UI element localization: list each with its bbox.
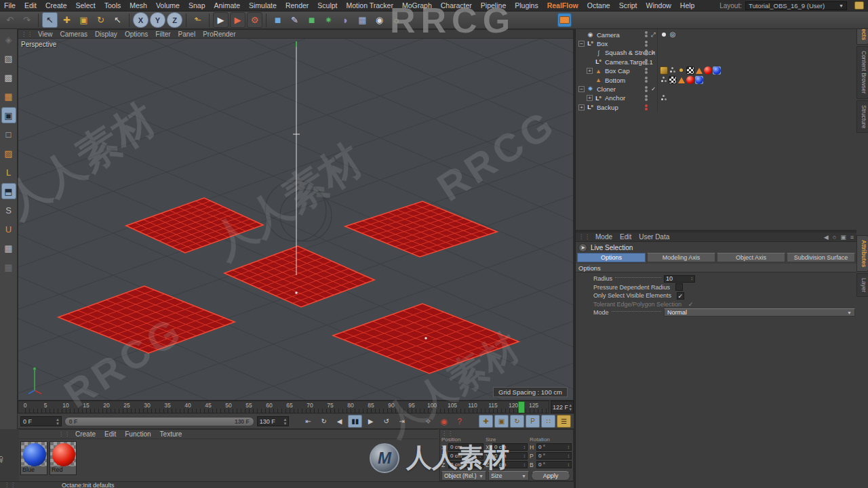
- dope-sheet-icon[interactable]: ☰: [557, 415, 571, 428]
- material-menu-texture[interactable]: Texture: [160, 430, 182, 438]
- attr-tab-subdivision-surface[interactable]: Subdivision Surface: [787, 253, 855, 262]
- grip-icon[interactable]: ⋮⋮: [441, 430, 454, 436]
- polygons-mode-icon[interactable]: ▨: [1, 145, 16, 161]
- array-mograph-icon[interactable]: ✷: [321, 12, 336, 28]
- grip-icon[interactable]: ⋮⋮: [58, 431, 71, 437]
- attr-tab-options[interactable]: Options: [577, 253, 646, 262]
- panel-tab-layer[interactable]: Layer: [856, 273, 868, 297]
- expand-toggle-icon[interactable]: −: [578, 41, 585, 47]
- spinner-icon[interactable]: ↕: [568, 454, 570, 458]
- live-selection-icon[interactable]: ↖: [42, 12, 58, 28]
- range-end-field[interactable]: 130 F ▴▾: [257, 416, 290, 426]
- menu-realflow[interactable]: RealFlow: [547, 1, 578, 9]
- window-corner-icon[interactable]: [854, 1, 864, 9]
- menu-create[interactable]: Create: [45, 1, 67, 9]
- object-row-camera[interactable]: ◉Camera⤢◎: [576, 30, 856, 39]
- attribute-section-header[interactable]: Options: [576, 264, 856, 272]
- checkbox[interactable]: [675, 283, 683, 291]
- dot-tag-icon[interactable]: [660, 30, 668, 39]
- axis-modification-icon[interactable]: L: [1, 164, 16, 180]
- object-row-camera-target-1[interactable]: L°Camera.Target.1: [576, 58, 856, 66]
- menu-mesh[interactable]: Mesh: [130, 1, 147, 9]
- menu-simulate[interactable]: Simulate: [249, 1, 277, 9]
- material-menu-edit[interactable]: Edit: [104, 430, 116, 438]
- spinner-icon[interactable]: ↕: [568, 463, 570, 467]
- next-frame-icon[interactable]: ▶: [363, 415, 378, 428]
- x-axis-lock-icon[interactable]: X: [133, 12, 149, 28]
- expand-toggle-icon[interactable]: −: [578, 86, 585, 92]
- snap-icon[interactable]: S: [1, 202, 16, 218]
- scene-canvas[interactable]: [18, 30, 574, 401]
- menu-mograph[interactable]: MoGraph: [402, 1, 432, 9]
- phong-tag-icon[interactable]: [660, 94, 668, 102]
- spinner-icon[interactable]: ↕: [524, 454, 526, 458]
- scene-camera-icon[interactable]: ◉: [372, 12, 387, 28]
- preview-range-slider[interactable]: 0 F 130 F: [64, 417, 254, 426]
- menu-render[interactable]: Render: [285, 1, 309, 9]
- perspective-viewport[interactable]: ⋮⋮ ViewCamerasDisplayOptionsFilterPanelP…: [18, 29, 574, 401]
- range-start-field[interactable]: 0 F ▴▾: [20, 416, 62, 426]
- menu-help[interactable]: Help: [680, 1, 695, 9]
- panel-splitter[interactable]: [574, 12, 575, 488]
- menu-character[interactable]: Character: [441, 1, 472, 9]
- scale-icon[interactable]: ▣: [76, 12, 92, 28]
- spline-pen-icon[interactable]: ✎: [287, 12, 302, 28]
- menu-select[interactable]: Select: [76, 1, 96, 9]
- menu-sculpt[interactable]: Sculpt: [317, 1, 337, 9]
- viewport-menu-display[interactable]: Display: [95, 30, 117, 38]
- render-picture-viewer-icon[interactable]: ▶: [230, 12, 245, 28]
- visibility-dots[interactable]: [644, 59, 649, 66]
- menu-window[interactable]: Window: [646, 1, 671, 9]
- record-position-icon[interactable]: ✚: [479, 415, 493, 428]
- checkbox[interactable]: ✓: [687, 300, 694, 308]
- viewport-menu-prorender[interactable]: ProRender: [203, 30, 235, 38]
- move-icon[interactable]: ✚: [59, 12, 75, 28]
- enable-state-icon[interactable]: ✓: [651, 49, 656, 56]
- menu-plugins[interactable]: Plugins: [515, 1, 538, 9]
- points-mode-icon[interactable]: ▣: [1, 107, 16, 123]
- expand-toggle-icon[interactable]: +: [587, 68, 593, 74]
- nav-back-icon[interactable]: ◀: [824, 234, 829, 241]
- visibility-dots[interactable]: [644, 104, 649, 111]
- play-forwards-icon[interactable]: ↺: [379, 415, 393, 428]
- keyframe-help-icon[interactable]: ?: [452, 415, 467, 428]
- grip-icon[interactable]: ⋮⋮: [578, 234, 591, 240]
- phong-tag-icon[interactable]: [660, 76, 668, 84]
- timeline-ruler[interactable]: 0510152025303540455055606570758085909510…: [18, 401, 549, 413]
- pause-icon[interactable]: ▮▮: [348, 415, 362, 428]
- texture-tag-icon[interactable]: [660, 66, 668, 75]
- mat-red-tag-icon[interactable]: [704, 66, 712, 75]
- spinner-icon[interactable]: ↕: [524, 463, 526, 467]
- attr-value-field[interactable]: 10↕: [664, 275, 695, 283]
- previous-frame-icon[interactable]: ◀: [332, 415, 347, 428]
- goto-start-icon[interactable]: ⇤: [301, 415, 315, 428]
- undo-icon[interactable]: ↶: [2, 12, 18, 28]
- attr-menu-edit[interactable]: Edit: [620, 233, 631, 241]
- quantize-icon[interactable]: ▦: [1, 259, 16, 275]
- seltri-tag-icon[interactable]: [695, 66, 703, 75]
- checkbox[interactable]: ✓: [677, 292, 684, 300]
- last-tool-icon[interactable]: ↖: [110, 12, 125, 28]
- content-browser-folder-icon[interactable]: [557, 13, 572, 27]
- redo-icon[interactable]: ↷: [19, 12, 35, 28]
- goto-end-icon[interactable]: ⇥: [395, 415, 409, 428]
- rotate-icon[interactable]: ↻: [93, 12, 108, 28]
- viewport-menu-options[interactable]: Options: [125, 30, 148, 38]
- menu-snap[interactable]: Snap: [189, 1, 205, 9]
- golddot-tag-icon[interactable]: [677, 66, 686, 75]
- menu-volume[interactable]: Volume: [156, 1, 180, 9]
- tweak-mode-icon[interactable]: ⬒: [1, 183, 16, 199]
- target-tag-icon[interactable]: ◎: [669, 30, 677, 39]
- layout-dropdown[interactable]: Tutorial_OBS_16_9 (User) ▼: [745, 1, 847, 10]
- make-editable-icon[interactable]: ◈: [1, 31, 16, 47]
- floor-icon[interactable]: ▦: [355, 12, 370, 28]
- light-icon[interactable]: ☼: [389, 12, 404, 28]
- spinner-icon[interactable]: ↕: [524, 445, 526, 449]
- autokeying-icon[interactable]: ◉: [437, 415, 451, 428]
- record-scale-icon[interactable]: ▣: [494, 415, 509, 428]
- coord-value-field[interactable]: 0 °↕: [536, 443, 572, 451]
- apply-button[interactable]: Apply: [531, 471, 570, 481]
- material-red[interactable]: Red: [50, 441, 77, 475]
- coordinate-system-icon[interactable]: ⬑: [190, 12, 205, 28]
- y-axis-lock-icon[interactable]: Y: [150, 12, 165, 28]
